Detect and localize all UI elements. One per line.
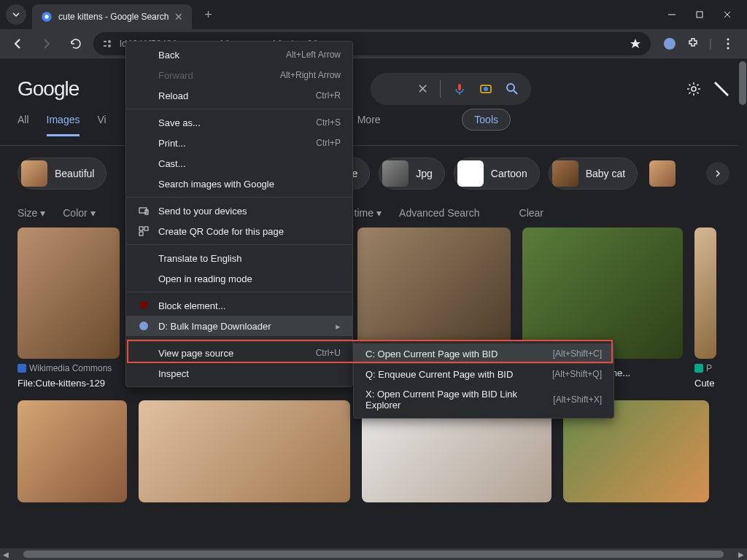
- window-titlebar: cute kittens - Google Search ✕ +: [0, 0, 747, 29]
- result-thumbnail[interactable]: [18, 400, 127, 502]
- site-settings-icon[interactable]: [102, 38, 114, 50]
- svg-point-26: [139, 322, 148, 330]
- extensions-icon[interactable]: [686, 36, 700, 51]
- browser-tab[interactable]: cute kittens - Google Search ✕: [32, 4, 192, 29]
- result-source: P: [694, 363, 716, 373]
- submenu-link-explorer[interactable]: X: Open Current Page with BID Link Explo…: [354, 384, 614, 415]
- svg-point-1: [44, 15, 48, 18]
- result-thumbnail[interactable]: [18, 228, 120, 359]
- image-result[interactable]: P Cute: [694, 228, 716, 389]
- tab-close-button[interactable]: ✕: [174, 11, 183, 23]
- svg-point-9: [727, 38, 729, 40]
- window-controls: [667, 9, 741, 20]
- new-tab-button[interactable]: +: [198, 4, 218, 25]
- menu-search-images[interactable]: Search images with Google: [126, 174, 352, 194]
- svg-rect-5: [104, 45, 107, 47]
- tab-more[interactable]: More: [357, 114, 381, 136]
- menu-separator: [126, 244, 352, 245]
- svg-point-15: [484, 87, 488, 91]
- chip-cartoon[interactable]: Cartoon: [454, 158, 540, 190]
- svg-rect-23: [139, 227, 143, 230]
- svg-point-18: [692, 87, 696, 91]
- menu-print[interactable]: Print...Ctrl+P: [126, 133, 352, 153]
- result-source: Wikimedia Commons: [18, 363, 120, 373]
- menu-cast[interactable]: Cast...: [126, 153, 352, 174]
- filter-size[interactable]: Size ▾: [18, 207, 45, 219]
- image-result[interactable]: Wikimedia Commons File:Cute-kittens-129: [18, 228, 120, 389]
- menu-button[interactable]: [721, 36, 735, 51]
- tab-all[interactable]: All: [18, 114, 29, 136]
- menu-reading-mode[interactable]: Open in reading mode: [126, 268, 352, 289]
- chevron-right-icon: ▸: [336, 321, 341, 332]
- tab-videos[interactable]: Vi: [97, 114, 106, 136]
- context-menu: BackAlt+Left Arrow ForwardAlt+Right Arro…: [125, 41, 353, 387]
- caret-down-icon: ▾: [90, 207, 96, 219]
- scroll-right-button[interactable]: ▶: [735, 548, 747, 560]
- bookmark-star-icon[interactable]: [629, 37, 642, 50]
- menu-view-source[interactable]: View page sourceCtrl+U: [126, 343, 352, 363]
- search-icon[interactable]: [505, 82, 519, 96]
- voice-search-icon[interactable]: [452, 82, 467, 96]
- svg-point-7: [108, 44, 111, 47]
- menu-bid[interactable]: D: Bulk Image Downloader▸: [126, 316, 352, 336]
- devices-icon: [138, 205, 150, 217]
- chip-baby-cat[interactable]: Baby cat: [549, 158, 638, 190]
- horizontal-scrollbar[interactable]: ◀ ▶: [0, 548, 747, 560]
- chip-thumbnail-partial: [649, 160, 676, 187]
- filter-advanced[interactable]: Advanced Search: [399, 207, 480, 219]
- menu-block-element[interactable]: Block element...: [126, 295, 352, 316]
- source-favicon-icon: [694, 364, 703, 373]
- forward-button[interactable]: [35, 32, 58, 55]
- reload-button[interactable]: [64, 32, 88, 55]
- menu-back[interactable]: BackAlt+Left Arrow: [126, 44, 352, 65]
- svg-point-16: [507, 84, 514, 91]
- scrollbar-thumb[interactable]: [23, 551, 724, 558]
- svg-rect-4: [104, 41, 107, 42]
- menu-reload[interactable]: ReloadCtrl+R: [126, 85, 352, 106]
- lens-search-icon[interactable]: [479, 82, 493, 96]
- maximize-button[interactable]: [694, 9, 705, 20]
- chip-thumbnail: [382, 160, 409, 187]
- divider: [440, 80, 441, 98]
- menu-forward[interactable]: ForwardAlt+Right Arrow: [126, 65, 352, 85]
- tools-button[interactable]: Tools: [462, 109, 511, 131]
- chip-thumbnail: [552, 160, 578, 187]
- close-window-button[interactable]: [722, 9, 732, 20]
- bid-extension-icon[interactable]: [662, 36, 677, 51]
- vertical-scrollbar[interactable]: [738, 58, 747, 548]
- search-box[interactable]: ✕: [371, 73, 531, 105]
- menu-inspect[interactable]: Inspect: [126, 363, 352, 384]
- result-thumbnail[interactable]: [522, 228, 683, 359]
- apps-grid-icon[interactable]: [713, 81, 729, 97]
- google-favicon-icon: [41, 11, 53, 23]
- tab-images[interactable]: Images: [47, 114, 80, 136]
- back-button[interactable]: [6, 32, 29, 55]
- google-logo[interactable]: Google: [18, 77, 79, 101]
- chips-next-button[interactable]: [706, 162, 729, 185]
- chip-thumbnail: [457, 160, 484, 187]
- settings-gear-icon[interactable]: [686, 81, 702, 97]
- scrollbar-thumb[interactable]: [739, 61, 746, 105]
- result-thumbnail[interactable]: [139, 400, 350, 502]
- filter-clear[interactable]: Clear: [519, 207, 543, 219]
- chip-thumbnail: [21, 160, 47, 187]
- reload-icon: [69, 37, 82, 50]
- chip-beautiful[interactable]: Beautiful: [18, 158, 107, 190]
- minimize-button[interactable]: [667, 9, 677, 20]
- menu-send-devices[interactable]: Send to your devices: [126, 201, 352, 221]
- menu-save-as[interactable]: Save as...Ctrl+S: [126, 112, 352, 133]
- google-header: Google ✕: [0, 58, 747, 114]
- filter-color[interactable]: Color ▾: [63, 207, 95, 219]
- submenu-open-current[interactable]: C: Open Current Page with BID[Alt+Shift+…: [354, 343, 614, 364]
- source-favicon-icon: [18, 364, 26, 373]
- submenu-enqueue[interactable]: Q: Enqueue Current Page with BID[Alt+Shi…: [354, 364, 614, 384]
- result-thumbnail[interactable]: [357, 228, 511, 359]
- menu-qr-code[interactable]: Create QR Code for this page: [126, 221, 352, 241]
- menu-translate[interactable]: Translate to English: [126, 248, 352, 268]
- extension-icons: |: [657, 36, 741, 51]
- scroll-left-button[interactable]: ◀: [0, 548, 12, 560]
- chip-jpg[interactable]: Jpg: [379, 158, 445, 190]
- tab-search-button[interactable]: [6, 4, 26, 25]
- clear-search-button[interactable]: ✕: [417, 81, 428, 97]
- result-thumbnail[interactable]: [694, 228, 716, 359]
